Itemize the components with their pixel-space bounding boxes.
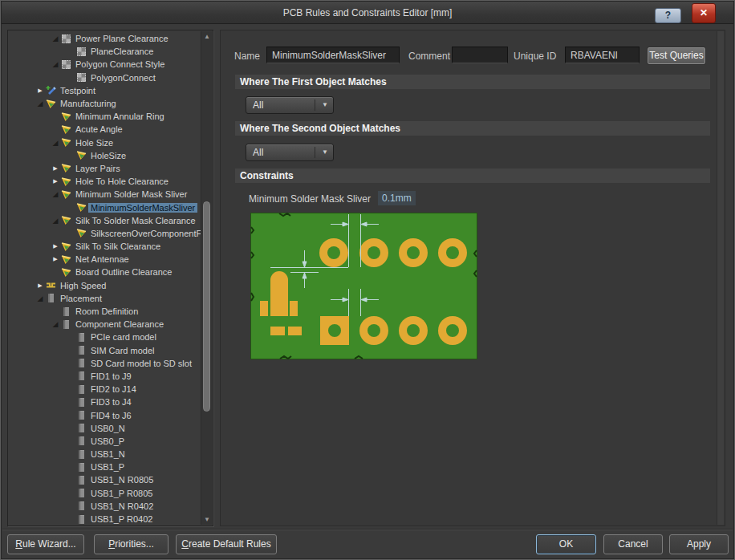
tree-item[interactable]: USB1_N R0402	[8, 500, 200, 513]
tree-item[interactable]: SilkscreenOverComponentF	[8, 227, 200, 240]
tree-item[interactable]: MinimumSolderMaskSliver	[8, 201, 200, 213]
tree-item[interactable]: ◢Manufacturing	[8, 97, 200, 110]
mfg-icon	[61, 137, 73, 148]
tree-item[interactable]: Minimum Annular Ring	[8, 110, 200, 123]
expand-expanded-icon[interactable]: ◢	[35, 98, 46, 109]
tree-item[interactable]: USB1_N R0805	[8, 473, 200, 486]
tree-item[interactable]: ▶High Speed	[8, 279, 200, 292]
mfg-icon	[61, 124, 73, 135]
tree-item[interactable]: PolygonConnect	[8, 71, 200, 84]
tree-scrollbar-thumb[interactable]	[203, 201, 210, 412]
mfg-icon	[61, 177, 73, 187]
plane-icon	[61, 59, 73, 70]
first-object-dropdown[interactable]: All ▼	[246, 96, 334, 114]
tree-item[interactable]: USB1_P R0805	[8, 487, 200, 500]
tree-item-label: SD Card model to SD slot	[88, 359, 194, 368]
constraint-diagram	[250, 213, 477, 359]
tree-item[interactable]: ◢Component Clearance	[8, 318, 200, 331]
tree-item[interactable]: Acute Angle	[8, 123, 200, 136]
tree-item[interactable]: HoleSize	[8, 149, 200, 162]
ok-button[interactable]: OK	[536, 534, 596, 554]
test-queries-button[interactable]: Test Queries	[647, 47, 706, 65]
tree-item[interactable]: ◢Power Plane Clearance	[8, 32, 200, 45]
tree-item-label: Layer Pairs	[73, 164, 123, 173]
expand-collapsed-icon[interactable]: ▶	[50, 163, 61, 174]
title-bar[interactable]: PCB Rules and Constraints Editor [mm] ? …	[2, 2, 733, 24]
tree-item-label: Acute Angle	[73, 124, 125, 134]
unique-id-input[interactable]	[565, 47, 640, 63]
close-button[interactable]: ✕	[692, 3, 716, 23]
tree-item[interactable]: FID1 to J9	[8, 370, 200, 383]
tree-item[interactable]: ◢Minimum Solder Mask Sliver	[8, 188, 200, 201]
tree-item-label: Room Definition	[73, 306, 140, 316]
expand-collapsed-icon[interactable]: ▶	[50, 176, 61, 187]
tree-item[interactable]: PlaneClearance	[8, 45, 200, 58]
tree-item[interactable]: ▶Silk To Silk Clearance	[8, 240, 200, 253]
tree-item[interactable]: USB0_N	[8, 422, 200, 435]
tree-item-label: FID3 to J4	[88, 397, 134, 407]
tree-item[interactable]: ◢Hole Size	[8, 136, 200, 149]
rule-tree: ◢Power Plane ClearancePlaneClearance◢Pol…	[8, 32, 200, 526]
placement-icon	[76, 358, 88, 368]
sliver-param-value[interactable]: 0.1mm	[378, 191, 416, 205]
tree-item-label: USB1_N R0805	[88, 475, 156, 485]
placement-icon	[76, 371, 88, 381]
scroll-down-icon[interactable]: ▼	[201, 514, 213, 525]
expand-expanded-icon[interactable]: ◢	[50, 33, 61, 44]
comment-input[interactable]	[452, 47, 508, 63]
expand-expanded-icon[interactable]: ◢	[35, 293, 46, 304]
second-object-dropdown[interactable]: All ▼	[246, 144, 334, 161]
tree-item-label: USB1_P R0805	[88, 489, 155, 498]
window-title: PCB Rules and Constraints Editor [mm]	[2, 7, 733, 18]
expand-expanded-icon[interactable]: ◢	[50, 319, 61, 330]
expand-expanded-icon[interactable]: ◢	[50, 137, 61, 148]
tree-item[interactable]: ◢Polygon Connect Style	[8, 58, 200, 71]
apply-button[interactable]: Apply	[669, 534, 729, 554]
panel-scrollbar[interactable]	[717, 31, 724, 525]
tree-item[interactable]: ◢Placement	[8, 292, 200, 305]
name-input[interactable]	[266, 47, 400, 63]
cancel-button[interactable]: Cancel	[603, 534, 663, 554]
tree-scrollbar[interactable]: ▲ ▼	[201, 31, 212, 525]
tree-item[interactable]: ▶Net Antennae	[8, 253, 200, 266]
tree-item[interactable]: PCIe card model	[8, 331, 200, 343]
placement-icon	[61, 306, 73, 317]
tree-item[interactable]: ◢Silk To Solder Mask Clearance	[8, 214, 200, 227]
tree-item[interactable]: SIM Card model	[8, 344, 200, 357]
tree-item[interactable]: ▶Hole To Hole Clearance	[8, 175, 200, 188]
tree-item[interactable]: FID3 to J4	[8, 396, 200, 408]
tree-item-label: HoleSize	[88, 151, 128, 160]
second-object-dropdown-value: All	[253, 147, 263, 158]
expand-collapsed-icon[interactable]: ▶	[50, 254, 61, 265]
rule-wizard-button[interactable]: Rule Wizard...	[7, 534, 84, 554]
tree-item[interactable]: USB0_P	[8, 435, 200, 448]
tree-item[interactable]: FID2 to J14	[8, 383, 200, 396]
tree-item[interactable]: Room Definition	[8, 305, 200, 318]
create-default-rules-button[interactable]: Create Default Rules	[176, 534, 277, 554]
tree-item[interactable]: USB1_P R0402	[8, 513, 200, 526]
tree-item[interactable]: FID4 to J6	[8, 408, 200, 421]
mfg-icon	[61, 241, 73, 252]
placement-icon	[76, 514, 88, 525]
tree-item-label: Silk To Solder Mask Clearance	[73, 216, 198, 225]
tree-item[interactable]: ▶Testpoint	[8, 84, 200, 97]
expand-collapsed-icon[interactable]: ▶	[50, 241, 61, 252]
expand-expanded-icon[interactable]: ◢	[50, 215, 61, 226]
placement-icon	[76, 410, 88, 420]
plane-icon	[76, 72, 88, 83]
tree-item[interactable]: Board Outline Clearance	[8, 266, 200, 278]
expand-expanded-icon[interactable]: ◢	[50, 189, 61, 200]
tree-item[interactable]: SD Card model to SD slot	[8, 357, 200, 370]
dropdown-divider	[315, 147, 315, 158]
tree-item[interactable]: USB1_P	[8, 461, 200, 473]
first-object-dropdown-value: All	[253, 99, 263, 111]
scroll-up-icon[interactable]: ▲	[201, 31, 213, 42]
priorities-button[interactable]: Priorities...	[94, 534, 169, 554]
placement-icon	[76, 345, 88, 355]
tree-item[interactable]: USB1_N	[8, 448, 200, 461]
help-button[interactable]: ?	[655, 8, 681, 23]
expand-collapsed-icon[interactable]: ▶	[35, 280, 46, 291]
expand-collapsed-icon[interactable]: ▶	[35, 85, 46, 96]
tree-item[interactable]: ▶Layer Pairs	[8, 162, 200, 175]
expand-expanded-icon[interactable]: ◢	[50, 59, 61, 70]
